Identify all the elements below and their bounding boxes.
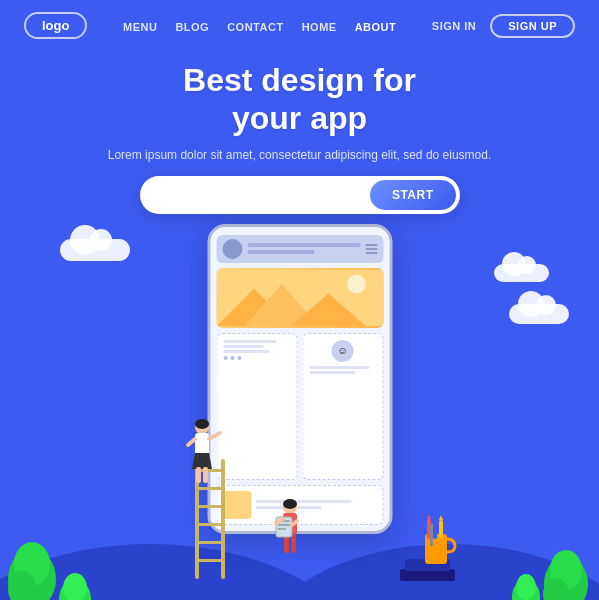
svg-rect-37: [430, 524, 433, 546]
phone-avatar: [222, 239, 242, 259]
illustration-area: ☺: [0, 224, 599, 600]
nav-menu[interactable]: MENU: [123, 21, 157, 33]
svg-point-8: [347, 274, 366, 293]
svg-point-44: [63, 573, 87, 600]
cloud-2: [494, 264, 549, 282]
ladder-rung-3: [195, 505, 225, 508]
nav-actions: SIGN IN SIGN UP: [432, 14, 575, 38]
phone-card-1: [216, 333, 297, 480]
hero-title: Best design for your app: [20, 61, 579, 138]
ladder-rung-5: [195, 541, 225, 544]
svg-point-10: [195, 419, 209, 429]
hero-section: Best design for your app Lorem ipsum dol…: [0, 51, 599, 214]
ph-line-1: [247, 243, 360, 247]
nav-about[interactable]: ABOUT: [355, 21, 397, 33]
phone-card-2: ☺: [302, 333, 383, 480]
figure-woman-ladder: [182, 419, 222, 499]
logo-button[interactable]: logo: [24, 12, 87, 39]
pbb-box: [223, 491, 251, 519]
svg-line-16: [188, 439, 195, 445]
svg-point-51: [516, 574, 536, 600]
svg-point-18: [283, 499, 297, 509]
phone-header: [216, 235, 383, 263]
ladder-rung-6: [195, 559, 225, 562]
desk-items: [395, 514, 465, 594]
hamburger-icon: [365, 244, 377, 254]
nav-contact[interactable]: CONTACT: [227, 21, 283, 33]
svg-rect-11: [195, 433, 209, 455]
svg-marker-32: [427, 514, 431, 519]
start-button[interactable]: START: [370, 180, 456, 210]
sign-up-button[interactable]: SIGN UP: [490, 14, 575, 38]
svg-rect-33: [433, 522, 437, 539]
phone-header-lines: [247, 243, 360, 254]
cloud-1: [60, 239, 130, 261]
sign-in-button[interactable]: SIGN IN: [432, 20, 476, 32]
svg-line-15: [209, 433, 220, 439]
nav-links: MENU BLOG CONTACT HOME ABOUT: [123, 17, 396, 35]
svg-marker-36: [439, 515, 443, 520]
svg-rect-14: [203, 467, 208, 483]
svg-rect-35: [439, 520, 443, 539]
ph-line-2: [247, 250, 315, 254]
svg-rect-13: [196, 467, 201, 483]
phone-grid: ☺: [216, 333, 383, 480]
cloud-3: [509, 304, 569, 324]
tree-left: [2, 524, 62, 600]
nav-home[interactable]: HOME: [302, 21, 337, 33]
figure-woman-tablet: [270, 499, 310, 579]
phone-image-card: [216, 268, 383, 328]
navbar: logo MENU BLOG CONTACT HOME ABOUT SIGN I…: [0, 0, 599, 51]
tree-right-small: [509, 569, 544, 600]
smiley-icon: ☺: [332, 340, 354, 362]
ladder-rung-4: [195, 523, 225, 526]
svg-marker-12: [192, 453, 212, 469]
mountain-illustration: [216, 268, 383, 328]
nav-blog[interactable]: BLOG: [175, 21, 209, 33]
tree-left-small: [55, 564, 95, 600]
svg-marker-34: [433, 517, 437, 522]
hero-subtitle: Lorem ipsum dolor sit amet, consectetur …: [20, 148, 579, 162]
phone-mockup: ☺: [207, 224, 392, 534]
search-input[interactable]: [156, 188, 370, 202]
search-bar: START: [140, 176, 460, 214]
tree-right: [539, 534, 594, 600]
